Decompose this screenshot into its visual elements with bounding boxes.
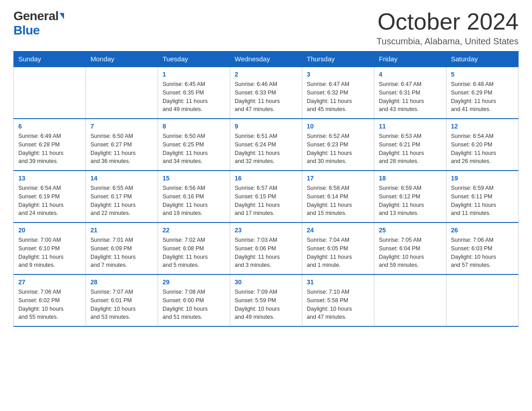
day-number: 20	[18, 226, 81, 235]
calendar-cell: 15Sunrise: 6:56 AM Sunset: 6:16 PM Dayli…	[158, 171, 230, 223]
day-number: 7	[90, 122, 153, 131]
calendar-week-row: 6Sunrise: 6:49 AM Sunset: 6:28 PM Daylig…	[14, 119, 519, 171]
day-info: Sunrise: 6:47 AM Sunset: 6:31 PM Dayligh…	[379, 80, 442, 114]
day-number: 26	[451, 226, 514, 235]
calendar-body: 1Sunrise: 6:45 AM Sunset: 6:35 PM Daylig…	[14, 67, 519, 326]
calendar-cell: 27Sunrise: 7:06 AM Sunset: 6:02 PM Dayli…	[14, 274, 86, 326]
day-number: 14	[90, 174, 153, 183]
calendar-cell: 9Sunrise: 6:51 AM Sunset: 6:24 PM Daylig…	[230, 119, 302, 171]
day-info: Sunrise: 6:59 AM Sunset: 6:11 PM Dayligh…	[451, 184, 514, 218]
day-number: 28	[90, 278, 153, 287]
day-info: Sunrise: 7:05 AM Sunset: 6:04 PM Dayligh…	[379, 236, 442, 270]
calendar-cell: 16Sunrise: 6:57 AM Sunset: 6:15 PM Dayli…	[230, 171, 302, 223]
calendar-cell: 29Sunrise: 7:08 AM Sunset: 6:00 PM Dayli…	[158, 274, 230, 326]
calendar-cell: 11Sunrise: 6:53 AM Sunset: 6:21 PM Dayli…	[374, 119, 446, 171]
day-number: 12	[451, 122, 514, 131]
calendar-cell: 19Sunrise: 6:59 AM Sunset: 6:11 PM Dayli…	[446, 171, 519, 223]
day-number: 18	[379, 174, 442, 183]
day-number: 31	[307, 278, 369, 287]
day-info: Sunrise: 6:47 AM Sunset: 6:32 PM Dayligh…	[307, 80, 369, 114]
day-info: Sunrise: 7:01 AM Sunset: 6:09 PM Dayligh…	[90, 236, 153, 270]
day-info: Sunrise: 7:03 AM Sunset: 6:06 PM Dayligh…	[235, 236, 297, 270]
calendar-cell: 31Sunrise: 7:10 AM Sunset: 5:58 PM Dayli…	[302, 274, 374, 326]
calendar-week-row: 1Sunrise: 6:45 AM Sunset: 6:35 PM Daylig…	[14, 67, 519, 119]
day-number: 13	[18, 174, 81, 183]
calendar-cell: 10Sunrise: 6:52 AM Sunset: 6:23 PM Dayli…	[302, 119, 374, 171]
weekday-header-monday: Monday	[86, 51, 158, 67]
day-info: Sunrise: 6:48 AM Sunset: 6:29 PM Dayligh…	[451, 80, 514, 114]
calendar-cell	[374, 274, 446, 326]
day-info: Sunrise: 7:02 AM Sunset: 6:08 PM Dayligh…	[163, 236, 225, 270]
calendar-cell	[86, 67, 158, 119]
day-number: 11	[379, 122, 442, 131]
calendar-cell: 24Sunrise: 7:04 AM Sunset: 6:05 PM Dayli…	[302, 223, 374, 274]
calendar-cell: 4Sunrise: 6:47 AM Sunset: 6:31 PM Daylig…	[374, 67, 446, 119]
logo-general-text: General	[13, 9, 59, 23]
day-number: 3	[307, 70, 369, 79]
page-header: General Blue October 2024 Tuscumbia, Ala…	[13, 9, 519, 47]
calendar-cell: 6Sunrise: 6:49 AM Sunset: 6:28 PM Daylig…	[14, 119, 86, 171]
day-number: 17	[307, 174, 369, 183]
day-info: Sunrise: 6:50 AM Sunset: 6:25 PM Dayligh…	[163, 132, 225, 166]
calendar-cell: 30Sunrise: 7:09 AM Sunset: 5:59 PM Dayli…	[230, 274, 302, 326]
weekday-header-saturday: Saturday	[446, 51, 519, 67]
weekday-header-wednesday: Wednesday	[230, 51, 302, 67]
logo-blue-text: Blue	[13, 23, 40, 38]
day-info: Sunrise: 7:00 AM Sunset: 6:10 PM Dayligh…	[18, 236, 81, 270]
calendar-week-row: 20Sunrise: 7:00 AM Sunset: 6:10 PM Dayli…	[14, 223, 519, 274]
calendar-cell: 22Sunrise: 7:02 AM Sunset: 6:08 PM Dayli…	[158, 223, 230, 274]
calendar-cell: 21Sunrise: 7:01 AM Sunset: 6:09 PM Dayli…	[86, 223, 158, 274]
calendar-cell: 25Sunrise: 7:05 AM Sunset: 6:04 PM Dayli…	[374, 223, 446, 274]
calendar-table: SundayMondayTuesdayWednesdayThursdayFrid…	[13, 51, 519, 327]
calendar-cell: 26Sunrise: 7:06 AM Sunset: 6:03 PM Dayli…	[446, 223, 519, 274]
calendar-header: SundayMondayTuesdayWednesdayThursdayFrid…	[14, 51, 519, 67]
day-info: Sunrise: 6:52 AM Sunset: 6:23 PM Dayligh…	[307, 132, 369, 166]
day-info: Sunrise: 6:50 AM Sunset: 6:27 PM Dayligh…	[90, 132, 153, 166]
day-info: Sunrise: 6:54 AM Sunset: 6:20 PM Dayligh…	[451, 132, 514, 166]
day-number: 9	[235, 122, 297, 131]
logo: General Blue	[13, 9, 64, 38]
location-subtitle: Tuscumbia, Alabama, United States	[377, 36, 519, 47]
day-number: 1	[163, 70, 225, 79]
calendar-cell: 12Sunrise: 6:54 AM Sunset: 6:20 PM Dayli…	[446, 119, 519, 171]
day-number: 25	[379, 226, 442, 235]
calendar-cell: 3Sunrise: 6:47 AM Sunset: 6:32 PM Daylig…	[302, 67, 374, 119]
day-info: Sunrise: 6:56 AM Sunset: 6:16 PM Dayligh…	[163, 184, 225, 218]
day-info: Sunrise: 7:07 AM Sunset: 6:01 PM Dayligh…	[90, 288, 153, 321]
weekday-header-thursday: Thursday	[302, 51, 374, 67]
day-number: 21	[90, 226, 153, 235]
day-number: 23	[235, 226, 297, 235]
day-number: 5	[451, 70, 514, 79]
calendar-cell: 1Sunrise: 6:45 AM Sunset: 6:35 PM Daylig…	[158, 67, 230, 119]
day-number: 10	[307, 122, 369, 131]
calendar-week-row: 27Sunrise: 7:06 AM Sunset: 6:02 PM Dayli…	[14, 274, 519, 326]
calendar-cell: 13Sunrise: 6:54 AM Sunset: 6:19 PM Dayli…	[14, 171, 86, 223]
day-number: 2	[235, 70, 297, 79]
month-title: October 2024	[377, 9, 519, 34]
day-info: Sunrise: 7:06 AM Sunset: 6:03 PM Dayligh…	[451, 236, 514, 270]
calendar-week-row: 13Sunrise: 6:54 AM Sunset: 6:19 PM Dayli…	[14, 171, 519, 223]
calendar-cell	[446, 274, 519, 326]
day-info: Sunrise: 7:06 AM Sunset: 6:02 PM Dayligh…	[18, 288, 81, 321]
calendar-cell: 8Sunrise: 6:50 AM Sunset: 6:25 PM Daylig…	[158, 119, 230, 171]
calendar-cell: 14Sunrise: 6:55 AM Sunset: 6:17 PM Dayli…	[86, 171, 158, 223]
day-info: Sunrise: 6:55 AM Sunset: 6:17 PM Dayligh…	[90, 184, 153, 218]
day-number: 29	[163, 278, 225, 287]
day-number: 4	[379, 70, 442, 79]
day-number: 16	[235, 174, 297, 183]
calendar-cell	[14, 67, 86, 119]
weekday-header-tuesday: Tuesday	[158, 51, 230, 67]
day-number: 8	[163, 122, 225, 131]
calendar-cell: 28Sunrise: 7:07 AM Sunset: 6:01 PM Dayli…	[86, 274, 158, 326]
day-number: 22	[163, 226, 225, 235]
title-block: October 2024 Tuscumbia, Alabama, United …	[377, 9, 519, 47]
day-info: Sunrise: 7:08 AM Sunset: 6:00 PM Dayligh…	[163, 288, 225, 321]
day-info: Sunrise: 6:46 AM Sunset: 6:33 PM Dayligh…	[235, 80, 297, 114]
day-number: 27	[18, 278, 81, 287]
day-info: Sunrise: 6:57 AM Sunset: 6:15 PM Dayligh…	[235, 184, 297, 218]
calendar-cell: 5Sunrise: 6:48 AM Sunset: 6:29 PM Daylig…	[446, 67, 519, 119]
day-info: Sunrise: 6:59 AM Sunset: 6:12 PM Dayligh…	[379, 184, 442, 218]
day-info: Sunrise: 6:45 AM Sunset: 6:35 PM Dayligh…	[163, 80, 225, 114]
calendar-cell: 7Sunrise: 6:50 AM Sunset: 6:27 PM Daylig…	[86, 119, 158, 171]
day-number: 6	[18, 122, 81, 131]
